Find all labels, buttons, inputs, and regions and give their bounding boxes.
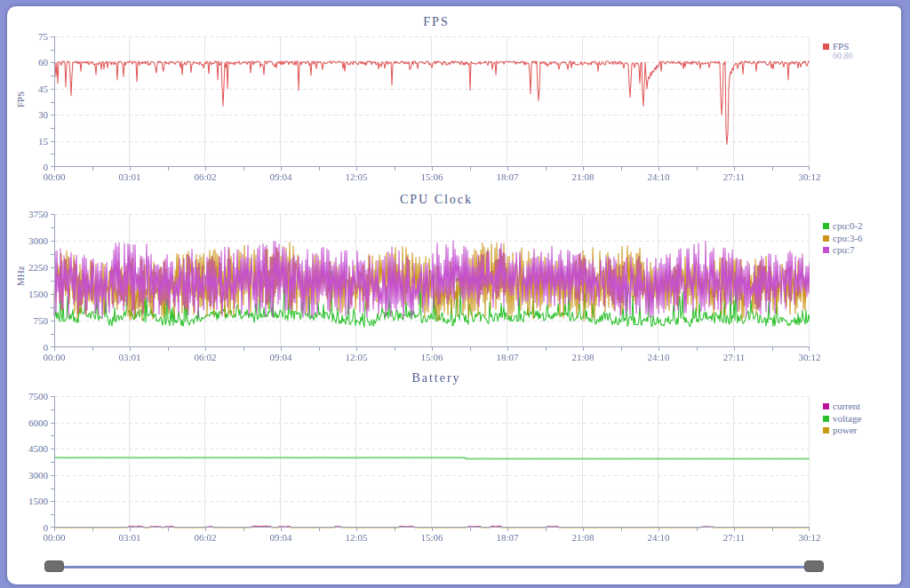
legend-label: power xyxy=(833,425,858,435)
x-tick-label: 09:04 xyxy=(269,352,291,362)
x-tick-label: 15:06 xyxy=(420,352,443,362)
scrollbar-left-handle[interactable] xyxy=(44,560,64,572)
chart-title-fps: FPS xyxy=(59,15,814,29)
x-tick-label: 00:00 xyxy=(43,532,65,543)
chart-plot-cpu[interactable] xyxy=(49,214,810,353)
y-tick-label: 0 xyxy=(7,342,48,353)
time-range-scrollbar xyxy=(7,559,901,584)
x-tick-label: 06:02 xyxy=(194,532,216,543)
chart-plot-bat[interactable] xyxy=(49,396,810,533)
legend-swatch xyxy=(823,223,829,229)
y-axis-name: MHz xyxy=(15,275,26,286)
x-tick-label: 03:01 xyxy=(118,532,140,543)
y-tick-label: 750 xyxy=(7,315,48,326)
x-tick-label: 03:01 xyxy=(118,352,140,362)
chart-title-cpu: CPU Clock xyxy=(59,193,814,207)
chart-plot-fps[interactable] xyxy=(49,36,810,172)
y-tick-label: 30 xyxy=(7,109,48,120)
legend-item[interactable]: voltage xyxy=(823,413,861,425)
legend-label: cpu:0-2 xyxy=(833,221,863,231)
x-tick-label: 30:12 xyxy=(798,532,820,543)
legend-label: current xyxy=(833,401,860,411)
legend-item[interactable]: cpu:7 xyxy=(823,244,854,256)
x-tick-label: 15:06 xyxy=(420,532,443,543)
legend-swatch xyxy=(823,235,829,242)
x-tick-label: 12:05 xyxy=(345,352,367,362)
x-tick-label: 00:00 xyxy=(43,171,65,182)
dashboard-card: FPS FPS 75 60 45 30 15 0 00:00 03:01 06:… xyxy=(7,6,901,584)
x-tick-label: 24:10 xyxy=(647,171,669,182)
y-tick-label: 3000 xyxy=(7,470,48,481)
legend-label: cpu:3-6 xyxy=(833,234,863,243)
legend-swatch xyxy=(823,44,829,50)
y-tick-label: 4500 xyxy=(7,443,48,454)
x-tick-label: 03:01 xyxy=(118,171,140,182)
y-tick-label: 75 xyxy=(7,31,48,42)
y-axis-name: FPS xyxy=(15,97,26,107)
legend-swatch xyxy=(823,247,829,253)
y-tick-label: 3750 xyxy=(7,209,48,219)
y-tick-label: 3000 xyxy=(7,235,48,246)
scrollbar-track[interactable] xyxy=(55,566,810,568)
y-tick-label: 6000 xyxy=(7,417,48,428)
y-tick-label: 0 xyxy=(7,522,48,533)
legend-item[interactable]: cpu:3-6 xyxy=(823,233,863,244)
legend-swatch xyxy=(823,403,829,409)
x-tick-label: 09:04 xyxy=(269,171,291,182)
x-tick-label: 18:07 xyxy=(496,532,518,543)
x-tick-label: 27:11 xyxy=(723,532,746,543)
x-tick-label: 27:11 xyxy=(723,352,746,362)
x-tick-label: 18:07 xyxy=(496,352,518,362)
x-tick-label: 30:12 xyxy=(798,352,820,362)
y-tick-label: 1500 xyxy=(7,496,48,506)
legend-label: voltage xyxy=(833,414,861,424)
chart-title-bat: Battery xyxy=(59,371,814,385)
legend-current-value: 60.86 xyxy=(833,51,853,60)
y-tick-label: 2250 xyxy=(7,262,48,273)
x-tick-label: 00:00 xyxy=(43,352,65,362)
x-tick-label: 06:02 xyxy=(194,352,216,362)
y-tick-label: 1500 xyxy=(7,289,48,299)
legend-label: cpu:7 xyxy=(833,245,854,255)
x-tick-label: 24:10 xyxy=(647,352,669,362)
x-tick-label: 21:08 xyxy=(571,352,594,362)
x-tick-label: 15:06 xyxy=(420,171,443,182)
legend-swatch xyxy=(823,416,829,422)
x-tick-label: 21:08 xyxy=(571,532,594,543)
y-tick-label: 0 xyxy=(7,162,48,172)
x-tick-label: 27:11 xyxy=(723,171,746,182)
y-tick-label: 45 xyxy=(7,83,48,94)
legend-item[interactable]: power xyxy=(823,425,858,436)
x-tick-label: 12:05 xyxy=(345,532,367,543)
legend-swatch xyxy=(823,427,829,433)
x-tick-label: 12:05 xyxy=(345,171,367,182)
y-tick-label: 7500 xyxy=(7,391,48,401)
legend-item[interactable]: cpu:0-2 xyxy=(823,220,863,232)
x-tick-label: 21:08 xyxy=(571,171,594,182)
scrollbar-right-handle[interactable] xyxy=(804,560,824,572)
x-tick-label: 24:10 xyxy=(647,532,669,543)
x-tick-label: 09:04 xyxy=(269,532,291,543)
x-tick-label: 30:12 xyxy=(798,171,820,182)
legend-item[interactable]: current xyxy=(823,401,860,412)
x-tick-label: 06:02 xyxy=(194,171,216,182)
x-tick-label: 18:07 xyxy=(496,171,518,182)
y-tick-label: 15 xyxy=(7,136,48,147)
y-tick-label: 60 xyxy=(7,57,48,68)
